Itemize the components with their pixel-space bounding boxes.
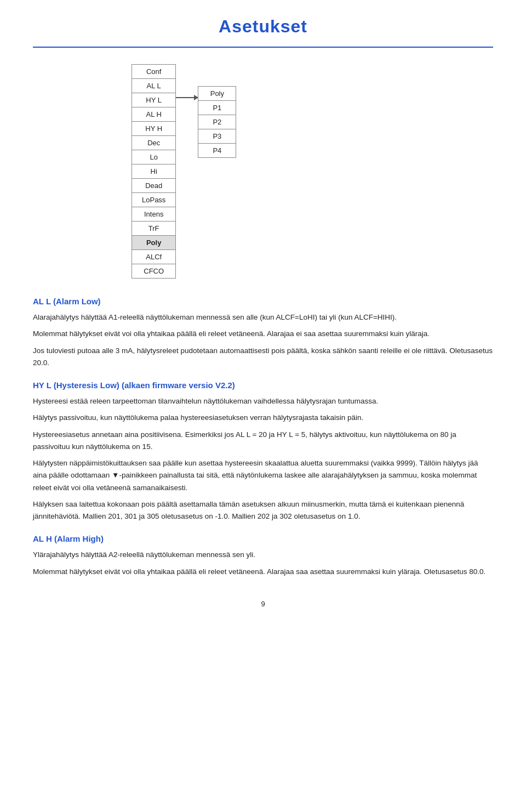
menu-item[interactable]: Lo [132,150,175,164]
al-l-heading: AL L (Alarm Low) [33,295,493,308]
arrow-connector [176,64,198,98]
page-title: Asetukset [33,16,493,37]
page-number: 9 [33,600,493,608]
hy-l-p1: Hystereesi estää releen tarpeettoman til… [33,395,493,407]
al-h-heading: AL H (Alarm High) [33,532,493,546]
hy-l-heading: HY L (Hysteresis Low) (alkaen firmware v… [33,379,493,392]
submenu-column: PolyP1P2P3P4 [198,86,236,158]
diagram-area: ConfAL LHY LAL HHY HDecLoHiDeadLoPassInt… [132,64,493,279]
submenu-item[interactable]: P3 [198,129,236,144]
menu-item[interactable]: CFCO [132,264,175,278]
arrow-line [176,97,198,98]
submenu-item[interactable]: P4 [198,144,236,157]
menu-item[interactable]: Intens [132,207,175,222]
menu-item[interactable]: HY L [132,93,175,107]
menu-item[interactable]: AL L [132,79,175,93]
submenu-item[interactable]: P2 [198,115,236,129]
sections-container: AL L (Alarm Low) Alarajahälytys hälyttää… [33,295,493,578]
section-hy-l: HY L (Hysteresis Low) (alkaen firmware v… [33,379,493,523]
menu-item[interactable]: HY H [132,122,175,136]
al-l-p1: Alarajahälytys hälyttää A1-releellä näyt… [33,311,493,323]
hy-l-p4: Hälytysten näppäimistökuittauksen saa pä… [33,457,493,494]
hy-l-p3: Hystereesiasetus annetaan aina positiivi… [33,429,493,453]
menu-item[interactable]: Conf [132,65,175,79]
menu-item[interactable]: Dead [132,179,175,193]
hy-l-p5: Hälyksen saa laitettua kokonaan pois pää… [33,498,493,523]
menu-item[interactable]: AL H [132,107,175,122]
al-h-p2: Molemmat hälytykset eivät voi olla yhtai… [33,566,493,578]
submenu-item[interactable]: P1 [198,101,236,115]
al-h-p1: Ylärajahälytys hälyttää A2-releellä näyt… [33,549,493,561]
menu-item[interactable]: TrF [132,222,175,236]
al-l-p2: Molemmat hälytykset eivät voi olla yhtai… [33,328,493,340]
menu-item[interactable]: Hi [132,164,175,179]
menu-item[interactable]: ALCf [132,250,175,264]
menu-item[interactable]: Dec [132,136,175,150]
title-divider [33,47,493,48]
menu-item[interactable]: LoPass [132,193,175,207]
section-al-h: AL H (Alarm High) Ylärajahälytys hälyttä… [33,532,493,578]
menu-item[interactable]: Poly [132,236,175,250]
submenu-item[interactable]: Poly [198,87,236,101]
menu-column: ConfAL LHY LAL HHY HDecLoHiDeadLoPassInt… [132,64,176,279]
hy-l-p2: Hälytys passivoituu, kun näyttölukema pa… [33,412,493,424]
section-al-l: AL L (Alarm Low) Alarajahälytys hälyttää… [33,295,493,369]
al-l-p3: Jos tuloviesti putoaa alle 3 mA, hälytys… [33,345,493,370]
